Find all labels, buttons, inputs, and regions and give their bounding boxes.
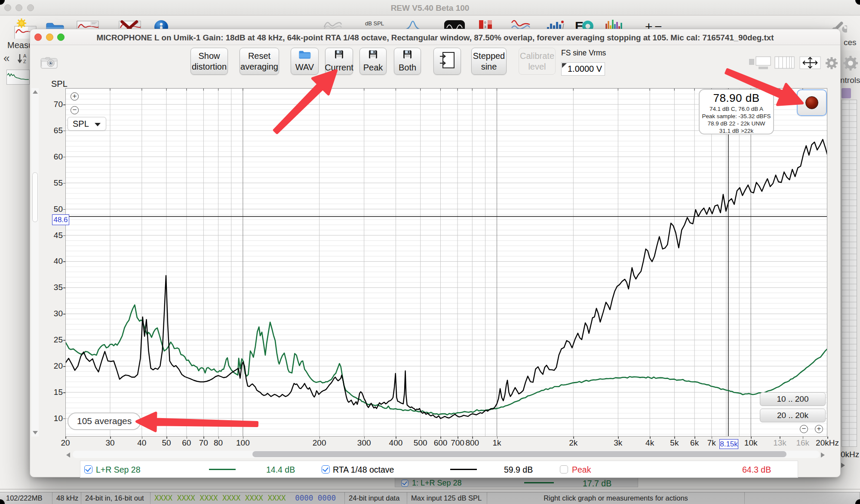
scroll-down-icon[interactable] xyxy=(33,431,38,434)
zoom-x-in-button[interactable]: + xyxy=(815,425,823,433)
svg-text:3: 3 xyxy=(484,25,486,29)
bg-legend-checkbox[interactable] xyxy=(401,480,408,486)
spectrum-plot[interactable] xyxy=(65,88,827,437)
rta-settings-gear-icon[interactable] xyxy=(823,56,840,72)
x-axis-tick xyxy=(187,437,187,439)
status-text: 102/222MB xyxy=(0,494,42,502)
reset-averaging-button[interactable]: Reset averaging xyxy=(240,48,279,75)
y-axis-label: 30 xyxy=(46,309,63,318)
current-button[interactable]: Current xyxy=(325,48,353,75)
curve-lr-sep28 xyxy=(65,305,827,415)
y-axis-label: 65 xyxy=(46,126,63,135)
y-axis-label: 55 xyxy=(46,178,63,188)
range-20-20k-button[interactable]: 20 .. 20k xyxy=(760,409,826,422)
x-axis-tick xyxy=(421,437,421,439)
x-axis-label: 4k xyxy=(645,438,654,448)
x-axis-tick xyxy=(142,437,143,439)
rta-titlebar[interactable]: MICROPHONE L on Umik-1 Gain: 18dB at 48 … xyxy=(30,29,840,45)
x-axis-label: 50 xyxy=(162,438,171,448)
svg-text:Z: Z xyxy=(23,59,26,64)
svg-text:A: A xyxy=(23,53,27,58)
bg-controls-gear-icon[interactable] xyxy=(841,54,860,74)
x-axis-label: 400 xyxy=(389,438,403,448)
legend-checkbox-1[interactable] xyxy=(322,465,330,473)
sort-icon[interactable]: A Z xyxy=(16,53,28,66)
status-section-3: XXXX XXXX XXXX XXXX XXXX XXXX 0000 0000 xyxy=(150,492,345,504)
bg-scrollbar-right-arrow[interactable] xyxy=(841,463,845,468)
scroll-left-icon[interactable] xyxy=(66,452,70,458)
fs-sine-vrms-label: FS sine Vrms xyxy=(561,49,606,58)
x-axis-tick xyxy=(319,437,320,439)
legend-name-2[interactable]: Peak xyxy=(572,465,591,475)
y-axis-label: 15 xyxy=(46,388,63,397)
x-axis-label: 700 xyxy=(451,438,464,448)
status-section-1: 48 kHz xyxy=(52,492,81,504)
stepped-sine-button[interactable]: Stepped sine xyxy=(471,48,507,75)
x-axis-tick xyxy=(573,437,574,439)
legend-checkbox-0[interactable] xyxy=(84,465,92,473)
x-axis-tick xyxy=(650,437,651,439)
zoom-x-out-button[interactable]: − xyxy=(800,425,808,433)
x-axis-label: 2k xyxy=(569,438,577,448)
collapse-panel-icon[interactable]: « xyxy=(3,52,9,65)
x-axis-tick xyxy=(218,437,219,439)
legend-name-0[interactable]: L+R Sep 28 xyxy=(96,465,141,475)
zoom-y-in-button[interactable]: + xyxy=(71,92,79,101)
svg-text:0: 0 xyxy=(484,21,486,24)
scroll-right-icon[interactable] xyxy=(821,452,825,458)
cursor-db-box: 48.6 xyxy=(52,214,69,225)
vertical-scrollbar-thumb[interactable] xyxy=(32,172,38,222)
x-axis-label: 13k xyxy=(773,438,786,448)
spl-meter-icon[interactable]: dB SPL xyxy=(363,18,386,27)
calibrate-level-label: Calibrate level xyxy=(519,51,555,72)
move-pane-icon[interactable] xyxy=(799,56,821,71)
save-both-icon xyxy=(402,49,412,62)
input-route-button[interactable] xyxy=(433,48,461,75)
bg-legend-line-sample xyxy=(524,482,554,483)
spl-readout-line4: 78.9 dB 22 - 22k UNW xyxy=(700,120,773,127)
horizontal-scrollbar-thumb[interactable] xyxy=(252,451,786,457)
vertical-scrollbar[interactable] xyxy=(31,88,39,437)
measurement-thumbnail[interactable] xyxy=(6,70,30,85)
zoom-y-out-button[interactable]: − xyxy=(71,106,79,114)
spl-readout-line2: 74.1 dB C, 76.0 dB A xyxy=(700,106,773,112)
show-distortion-label: Show distortion xyxy=(191,51,227,72)
status-section-6: Right click graph or measurements for ac… xyxy=(487,492,745,504)
legend-value-0: 14.4 dB xyxy=(266,465,295,475)
x-axis-tick xyxy=(440,437,441,439)
status-text: 24-bit in, 16-bit out xyxy=(81,494,144,502)
legend-bar: L+R Sep 2814.4 dBRTA 1/48 octave59.9 dBP… xyxy=(80,461,798,478)
save-wav-button[interactable]: WAV xyxy=(291,48,319,75)
bg-legend-value: 17.7 dB xyxy=(583,479,611,489)
column-layout-icon[interactable] xyxy=(774,56,795,70)
freq-meter-view-icon[interactable] xyxy=(749,56,771,71)
x-axis-label: 300 xyxy=(357,438,371,448)
plot-border xyxy=(66,89,827,437)
x-axis-tick xyxy=(65,437,66,439)
record-button[interactable] xyxy=(797,89,827,116)
spl-mode-dropdown[interactable]: SPL xyxy=(68,117,106,131)
scroll-up-icon[interactable] xyxy=(33,90,38,94)
status-input-bits-blue: 0000 0000 xyxy=(291,494,336,502)
both-button[interactable]: Both xyxy=(394,48,421,75)
range-10-200-button[interactable]: 10 .. 200 xyxy=(760,392,826,406)
save-peak-icon xyxy=(368,49,378,62)
x-axis-label: 600 xyxy=(434,438,448,448)
bg-axis-label-fragment: 0kHz xyxy=(841,450,859,459)
x-axis-label: 30 xyxy=(105,438,114,448)
x-axis-label: 200 xyxy=(313,438,326,448)
camera-icon[interactable] xyxy=(40,57,58,70)
legend-name-1[interactable]: RTA 1/48 octave xyxy=(333,465,394,475)
x-axis-tick xyxy=(396,437,396,439)
status-bar: 102/222MB48 kHz24-bit in, 16-bit outXXXX… xyxy=(0,492,860,504)
calibrate-level-button[interactable]: Calibrate level xyxy=(519,48,556,75)
rta-window-title: MICROPHONE L on Umik-1 Gain: 18dB at 48 … xyxy=(30,33,840,43)
x-axis-label: 10k xyxy=(744,438,758,448)
stepped-sine-label: Stepped sine xyxy=(472,51,506,72)
peak-button[interactable]: Peak xyxy=(359,48,387,75)
x-axis-tick xyxy=(674,437,675,439)
show-distortion-button[interactable]: Show distortion xyxy=(190,48,228,75)
fs-sine-vrms-field[interactable]: 1.0000 V xyxy=(561,62,605,76)
legend-checkbox-2[interactable] xyxy=(560,465,568,473)
x-axis-tick xyxy=(166,437,167,439)
